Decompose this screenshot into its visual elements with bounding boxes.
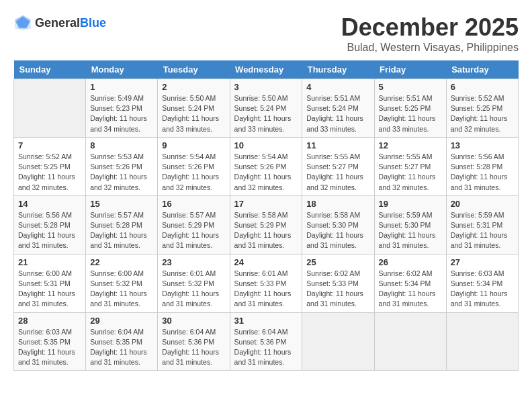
day-info: Sunrise: 6:00 AMSunset: 5:32 PMDaylight:…	[90, 269, 153, 310]
day-info: Sunrise: 6:04 AMSunset: 5:35 PMDaylight:…	[90, 327, 153, 368]
calendar-cell: 26Sunrise: 6:02 AMSunset: 5:34 PMDayligh…	[374, 254, 446, 312]
calendar-cell: 29Sunrise: 6:04 AMSunset: 5:35 PMDayligh…	[86, 312, 158, 371]
calendar-cell: 14Sunrise: 5:56 AMSunset: 5:28 PMDayligh…	[14, 195, 86, 254]
day-number: 2	[162, 82, 225, 92]
calendar-cell: 16Sunrise: 5:57 AMSunset: 5:29 PMDayligh…	[158, 195, 230, 254]
day-info: Sunrise: 6:03 AMSunset: 5:34 PMDaylight:…	[451, 269, 514, 310]
logo-icon	[13, 13, 32, 32]
day-number: 17	[234, 199, 298, 209]
weekday-header-friday: Friday	[374, 60, 446, 79]
day-info: Sunrise: 5:56 AMSunset: 5:28 PMDaylight:…	[18, 210, 81, 251]
calendar-cell: 28Sunrise: 6:03 AMSunset: 5:35 PMDayligh…	[14, 312, 86, 371]
day-number: 13	[451, 140, 514, 150]
logo-general: General	[35, 16, 80, 30]
calendar-cell	[302, 312, 374, 371]
calendar-week-row: 28Sunrise: 6:03 AMSunset: 5:35 PMDayligh…	[14, 312, 519, 371]
day-number: 3	[234, 82, 298, 92]
page-header: General Blue December 2025 Bulad, Wester…	[13, 13, 519, 54]
day-info: Sunrise: 5:55 AMSunset: 5:27 PMDaylight:…	[379, 152, 442, 193]
calendar-week-row: 1Sunrise: 5:49 AMSunset: 5:23 PMDaylight…	[14, 79, 519, 138]
day-info: Sunrise: 5:51 AMSunset: 5:24 PMDaylight:…	[306, 93, 369, 134]
day-number: 9	[162, 140, 225, 150]
day-info: Sunrise: 5:57 AMSunset: 5:29 PMDaylight:…	[162, 210, 225, 251]
day-info: Sunrise: 5:49 AMSunset: 5:23 PMDaylight:…	[90, 93, 153, 134]
calendar-cell: 31Sunrise: 6:04 AMSunset: 5:36 PMDayligh…	[230, 312, 302, 371]
calendar-week-row: 7Sunrise: 5:52 AMSunset: 5:25 PMDaylight…	[14, 137, 519, 195]
day-number: 18	[306, 199, 369, 209]
day-number: 10	[234, 140, 298, 150]
day-info: Sunrise: 5:50 AMSunset: 5:24 PMDaylight:…	[162, 93, 225, 134]
calendar-table: SundayMondayTuesdayWednesdayThursdayFrid…	[13, 60, 519, 371]
day-info: Sunrise: 5:59 AMSunset: 5:30 PMDaylight:…	[379, 210, 442, 251]
day-number: 4	[306, 82, 369, 92]
calendar-cell	[14, 79, 86, 138]
day-info: Sunrise: 5:58 AMSunset: 5:30 PMDaylight:…	[306, 210, 369, 251]
day-info: Sunrise: 5:55 AMSunset: 5:27 PMDaylight:…	[306, 152, 369, 193]
day-number: 31	[234, 316, 298, 326]
calendar-cell: 3Sunrise: 5:50 AMSunset: 5:24 PMDaylight…	[230, 79, 302, 138]
logo: General Blue	[13, 13, 106, 32]
calendar-cell: 22Sunrise: 6:00 AMSunset: 5:32 PMDayligh…	[86, 254, 158, 312]
day-number: 7	[18, 140, 81, 150]
day-number: 6	[451, 82, 514, 92]
calendar-cell: 21Sunrise: 6:00 AMSunset: 5:31 PMDayligh…	[14, 254, 86, 312]
calendar-cell: 13Sunrise: 5:56 AMSunset: 5:28 PMDayligh…	[446, 137, 518, 195]
weekday-header-monday: Monday	[86, 60, 158, 79]
day-info: Sunrise: 5:51 AMSunset: 5:25 PMDaylight:…	[379, 93, 442, 134]
calendar-cell: 15Sunrise: 5:57 AMSunset: 5:28 PMDayligh…	[86, 195, 158, 254]
calendar-cell: 24Sunrise: 6:01 AMSunset: 5:33 PMDayligh…	[230, 254, 302, 312]
calendar-cell: 27Sunrise: 6:03 AMSunset: 5:34 PMDayligh…	[446, 254, 518, 312]
calendar-cell: 19Sunrise: 5:59 AMSunset: 5:30 PMDayligh…	[374, 195, 446, 254]
day-number: 21	[18, 257, 81, 267]
day-info: Sunrise: 6:03 AMSunset: 5:35 PMDaylight:…	[18, 327, 81, 368]
weekday-header-saturday: Saturday	[446, 60, 518, 79]
calendar-cell: 7Sunrise: 5:52 AMSunset: 5:25 PMDaylight…	[14, 137, 86, 195]
calendar-week-row: 21Sunrise: 6:00 AMSunset: 5:31 PMDayligh…	[14, 254, 519, 312]
day-info: Sunrise: 5:57 AMSunset: 5:28 PMDaylight:…	[90, 210, 153, 251]
day-info: Sunrise: 6:01 AMSunset: 5:33 PMDaylight:…	[234, 269, 298, 310]
day-info: Sunrise: 5:59 AMSunset: 5:31 PMDaylight:…	[451, 210, 514, 251]
calendar-cell: 5Sunrise: 5:51 AMSunset: 5:25 PMDaylight…	[374, 79, 446, 138]
weekday-header-tuesday: Tuesday	[158, 60, 230, 79]
calendar-cell: 1Sunrise: 5:49 AMSunset: 5:23 PMDaylight…	[86, 79, 158, 138]
calendar-cell: 18Sunrise: 5:58 AMSunset: 5:30 PMDayligh…	[302, 195, 374, 254]
weekday-header-thursday: Thursday	[302, 60, 374, 79]
day-info: Sunrise: 5:54 AMSunset: 5:26 PMDaylight:…	[162, 152, 225, 193]
title-block: December 2025 Bulad, Western Visayas, Ph…	[341, 13, 519, 54]
calendar-cell: 23Sunrise: 6:01 AMSunset: 5:32 PMDayligh…	[158, 254, 230, 312]
day-number: 1	[90, 82, 153, 92]
weekday-header-row: SundayMondayTuesdayWednesdayThursdayFrid…	[14, 60, 519, 79]
day-number: 25	[306, 257, 369, 267]
day-info: Sunrise: 6:02 AMSunset: 5:34 PMDaylight:…	[379, 269, 442, 310]
day-info: Sunrise: 5:53 AMSunset: 5:26 PMDaylight:…	[90, 152, 153, 193]
day-info: Sunrise: 6:04 AMSunset: 5:36 PMDaylight:…	[162, 327, 225, 368]
day-number: 11	[306, 140, 369, 150]
day-number: 26	[379, 257, 442, 267]
calendar-cell: 30Sunrise: 6:04 AMSunset: 5:36 PMDayligh…	[158, 312, 230, 371]
calendar-cell: 6Sunrise: 5:52 AMSunset: 5:25 PMDaylight…	[446, 79, 518, 138]
location-title: Bulad, Western Visayas, Philippines	[341, 42, 519, 54]
calendar-cell: 10Sunrise: 5:54 AMSunset: 5:26 PMDayligh…	[230, 137, 302, 195]
day-number: 28	[18, 316, 81, 326]
calendar-cell: 11Sunrise: 5:55 AMSunset: 5:27 PMDayligh…	[302, 137, 374, 195]
day-number: 14	[18, 199, 81, 209]
day-number: 22	[90, 257, 153, 267]
day-info: Sunrise: 5:54 AMSunset: 5:26 PMDaylight:…	[234, 152, 298, 193]
day-info: Sunrise: 5:56 AMSunset: 5:28 PMDaylight:…	[451, 152, 514, 193]
month-title: December 2025	[341, 13, 519, 42]
calendar-cell	[374, 312, 446, 371]
day-info: Sunrise: 5:58 AMSunset: 5:29 PMDaylight:…	[234, 210, 298, 251]
day-info: Sunrise: 6:04 AMSunset: 5:36 PMDaylight:…	[234, 327, 298, 368]
day-number: 20	[451, 199, 514, 209]
calendar-cell: 9Sunrise: 5:54 AMSunset: 5:26 PMDaylight…	[158, 137, 230, 195]
calendar-cell: 12Sunrise: 5:55 AMSunset: 5:27 PMDayligh…	[374, 137, 446, 195]
calendar-cell: 8Sunrise: 5:53 AMSunset: 5:26 PMDaylight…	[86, 137, 158, 195]
day-number: 8	[90, 140, 153, 150]
day-number: 5	[379, 82, 442, 92]
day-number: 15	[90, 199, 153, 209]
calendar-week-row: 14Sunrise: 5:56 AMSunset: 5:28 PMDayligh…	[14, 195, 519, 254]
day-number: 24	[234, 257, 298, 267]
day-number: 27	[451, 257, 514, 267]
logo-blue: Blue	[80, 16, 106, 30]
calendar-cell: 2Sunrise: 5:50 AMSunset: 5:24 PMDaylight…	[158, 79, 230, 138]
